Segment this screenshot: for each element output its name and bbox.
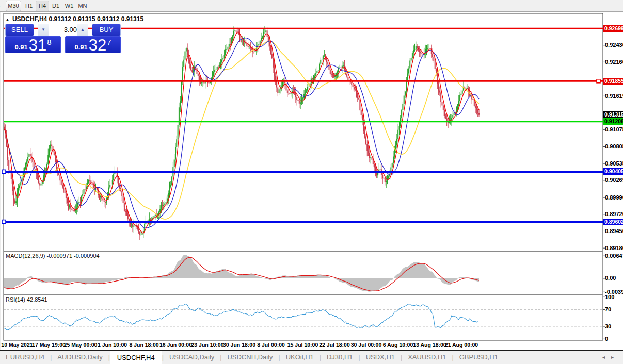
price-badge-0.92699: 0.92699	[603, 25, 623, 32]
price-tick-label: 0.92430	[605, 42, 623, 48]
price-badge-0.89602: 0.89602	[603, 219, 623, 225]
chart-symbol-title: USDCHF,H4	[12, 15, 47, 23]
time-label: 21 Aug 00:00	[445, 342, 478, 348]
time-label: 30 Jul 00:00	[351, 342, 382, 348]
hline-handle-right-0.91855[interactable]	[597, 79, 600, 83]
time-label: 16 Jun 00:00	[159, 342, 192, 348]
tab-scroll-arrows: ◂▸	[602, 351, 620, 364]
price-tick-label: 0.90535	[605, 160, 623, 167]
tab-usdx-h1[interactable]: USDX,H1	[360, 351, 401, 364]
chart-tab-bar: EURUSD,H4|AUDUSD,Daily|USDCHF,H4|USDCAD,…	[0, 350, 623, 364]
time-label: 17 May 19:00	[32, 342, 66, 348]
price-badge-0.91315: 0.91315	[603, 111, 623, 118]
tab-ukoil-h1[interactable]: UKOil,H1	[280, 351, 320, 364]
panel-collapse-icon[interactable]: ▲	[5, 17, 10, 22]
ma_mid-line	[4, 38, 479, 228]
price-tick-label: 0.91615	[605, 93, 623, 99]
tab-scroll-right-icon[interactable]: ▸	[611, 354, 620, 360]
price-badge-0.91208: 0.91208	[603, 118, 623, 125]
price-tick-label: 0.91075	[605, 126, 623, 133]
sell-price-big: 31	[29, 38, 46, 53]
rsi-tick-label: 0	[605, 336, 608, 342]
price-badge-0.91855: 0.91855	[603, 78, 623, 85]
price-tick-label: 0.90805	[605, 143, 623, 150]
rsi-tick-label: 30	[605, 323, 611, 329]
time-label: 8 Jun 18:00	[129, 342, 158, 348]
tab-audusd-daily[interactable]: AUDUSD,Daily	[52, 351, 108, 364]
macd-tick-label: 0.00647	[605, 253, 623, 259]
plot-border	[4, 13, 603, 340]
volume-up-button[interactable]: ▲	[77, 24, 88, 36]
mt4-window: 5 M30 H1 H4 D1 W1 MN ▲USDCHF,H4 0.91312 …	[0, 0, 623, 364]
rsi-line	[4, 304, 479, 329]
macd-histogram	[4, 255, 479, 292]
sell-price-small: 0.91	[14, 43, 27, 51]
sell-button[interactable]: SELL	[5, 24, 34, 36]
candle-bodies-down	[4, 30, 479, 235]
tab-gbpusd-h1[interactable]: GBPUSD,H1	[454, 351, 504, 364]
candle-wicks-up	[16, 26, 467, 238]
price-tick-label: 0.92160	[605, 59, 623, 65]
volume-input[interactable]	[49, 24, 80, 35]
time-label: 1 Jun 10:00	[98, 342, 127, 348]
buy-price-button[interactable]: 0.91 32 7	[65, 36, 121, 53]
macd-label: MACD(12,26,9) -0.000971 -0.000904	[6, 253, 100, 259]
price-tick-label: 0.89450	[605, 228, 623, 234]
time-label: 6 Aug 10:00	[383, 342, 413, 348]
sell-price-sup: 8	[47, 38, 51, 46]
rsi-label: RSI(14) 42.8541	[6, 296, 47, 303]
hline-handle-left-0.89602[interactable]	[2, 220, 6, 224]
tab-xauusd-h1[interactable]: XAUUSD,H1	[402, 351, 452, 364]
macd-tick-label: 0.00	[605, 275, 616, 281]
tab-dj30-h1[interactable]: DJ30,H1	[321, 351, 359, 364]
time-label: 8 Jul 00:00	[257, 342, 285, 348]
chart-ohlc-values: 0.91312 0.91315 0.91312 0.91315	[49, 15, 144, 23]
chart-canvas[interactable]	[0, 0, 623, 364]
tab-usdchf-h4[interactable]: USDCHF,H4	[110, 351, 162, 364]
volume-down-button[interactable]: ▼	[38, 24, 49, 36]
price-tick-label: 0.90265	[605, 177, 623, 183]
time-label: 25 May 00:00	[64, 342, 98, 348]
buy-price-sup: 7	[107, 38, 111, 46]
time-label: 30 Jun 18:00	[223, 342, 255, 348]
price-tick-label: 0.89990	[605, 194, 623, 201]
tab-usdcad-daily[interactable]: USDCAD,Daily	[164, 351, 220, 364]
tab-eurusd-h4[interactable]: EURUSD,H4	[0, 351, 50, 364]
tab-usdcnh-daily[interactable]: USDCNH,Daily	[221, 351, 278, 364]
spinner-down-icon: ▼	[41, 27, 45, 32]
price-tick-label: 0.89180	[605, 245, 623, 251]
time-label: 22 Jul 18:00	[319, 342, 350, 348]
rsi-tick-label: 100	[605, 294, 614, 300]
sell-price-button[interactable]: 0.91 31 8	[5, 36, 61, 53]
hline-handle-left-0.90405[interactable]	[2, 170, 6, 173]
buy-button[interactable]: BUY	[92, 24, 121, 36]
rsi-tick-label: 70	[605, 306, 611, 312]
buy-price-big: 32	[89, 38, 106, 53]
tab-scroll-left-icon[interactable]: ◂	[602, 354, 611, 360]
price-badge-0.90405: 0.90405	[603, 168, 623, 175]
ma_slow-line	[4, 41, 479, 219]
ma_fast-line	[4, 32, 479, 233]
time-label: 10 May 2021	[1, 342, 33, 348]
price-tick-label: 0.89720	[605, 211, 623, 217]
spinner-up-icon: ▲	[81, 27, 85, 32]
time-label: 15 Jul 10:00	[287, 342, 318, 348]
time-label: 23 Jun 10:00	[191, 342, 223, 348]
time-label: 13 Aug 18:00	[413, 342, 446, 348]
chart-title-row: ▲USDCHF,H4 0.91312 0.91315 0.91312 0.913…	[5, 15, 143, 23]
buy-price-small: 0.91	[74, 43, 87, 51]
